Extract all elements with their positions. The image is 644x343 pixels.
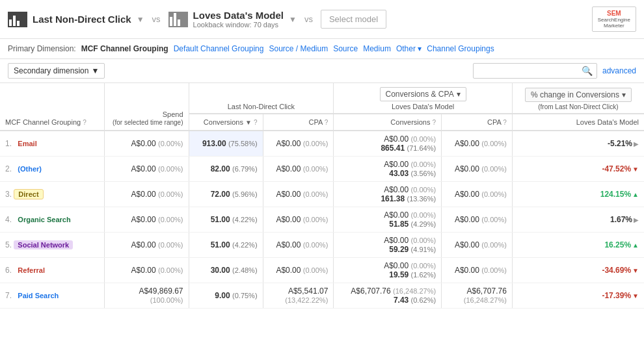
pct-change-selector[interactable]: % change in Conversions ▾ bbox=[525, 88, 632, 102]
row-num: 4. bbox=[5, 215, 12, 224]
col-group-header-row: MCF Channel Grouping ? Spend(for selecte… bbox=[0, 83, 644, 114]
cpa-help-icon[interactable]: ? bbox=[325, 119, 329, 126]
cpa-cell: A$5,541.07(13,422.22%) bbox=[263, 283, 334, 309]
channel-tag[interactable]: Email bbox=[14, 139, 40, 148]
change-value: -47.52% bbox=[602, 164, 631, 173]
select-model-input[interactable]: Select model bbox=[321, 10, 386, 29]
cpa-cell: A$0.00 (0.00%) bbox=[263, 157, 334, 182]
search-icon[interactable]: 🔍 bbox=[582, 66, 593, 76]
row-channel: 3. Direct bbox=[0, 182, 104, 207]
model2-icon bbox=[168, 12, 188, 27]
spend-cell: A$0.00 (0.00%) bbox=[104, 258, 189, 283]
table-row: 2. (Other) A$0.00 (0.00%) 82.00 (6.79%) … bbox=[0, 157, 644, 182]
conv-cell: 51.00 (4.22%) bbox=[189, 207, 263, 233]
conv2-spend-pct: (0.00%) bbox=[411, 135, 436, 143]
conv2-spend: A$0.00 bbox=[384, 210, 409, 220]
dim-link-default[interactable]: Default Channel Grouping bbox=[174, 44, 264, 53]
advanced-link[interactable]: advanced bbox=[602, 66, 636, 75]
conv2-help-icon[interactable]: ? bbox=[433, 119, 436, 126]
spend-pct: (0.00%) bbox=[158, 241, 183, 249]
conv2-value: 59.29 bbox=[389, 245, 409, 254]
conv2-spend-pct: (0.00%) bbox=[411, 160, 436, 168]
conv-value: 72.00 bbox=[211, 190, 230, 199]
col-conv-header: Conversions ▼ ? bbox=[189, 114, 263, 131]
conv2-cell: A$0.00 (0.00%) 19.59 (1.62%) bbox=[334, 258, 442, 283]
change-neutral-icon: ▶ bbox=[634, 216, 639, 223]
cpa-value: A$0.00 bbox=[276, 266, 301, 275]
table-row: 1. Email A$0.00 (0.00%) 913.00 (75.58%) … bbox=[0, 131, 644, 157]
cpa-value: A$0.00 bbox=[276, 240, 301, 249]
search-box: 🔍 bbox=[473, 63, 597, 79]
cpa2-pct: (0.00%) bbox=[481, 216, 507, 223]
vs-label-1: vs bbox=[152, 14, 161, 24]
conv-help-icon[interactable]: ? bbox=[254, 119, 258, 126]
dim-link-source-medium[interactable]: Source / Medium bbox=[269, 44, 328, 53]
dim-link-other[interactable]: Other ▾ bbox=[396, 44, 422, 53]
dim-link-channel-groupings[interactable]: Channel Groupings bbox=[427, 44, 494, 53]
cpa2-value: A$0.00 bbox=[455, 266, 479, 275]
cpa-pct: (13,422.22%) bbox=[285, 296, 328, 304]
search-input[interactable] bbox=[477, 66, 582, 75]
header: Last Non-Direct Click ▼ vs Loves Data's … bbox=[0, 0, 644, 39]
channel-tag[interactable]: Direct bbox=[14, 189, 43, 199]
cpa-value: A$0.00 bbox=[276, 164, 301, 173]
conv2-pct: (13.36%) bbox=[407, 195, 436, 203]
conv2-pct: (0.62%) bbox=[411, 296, 436, 304]
channel-tag[interactable]: Organic Search bbox=[14, 215, 74, 224]
dim-link-medium[interactable]: Medium bbox=[363, 44, 391, 53]
model2-subtitle: Lookback window: 70 days bbox=[193, 21, 284, 29]
channel-tag[interactable]: Social Network bbox=[14, 240, 73, 249]
change-cell: 16.25%▲ bbox=[512, 233, 644, 258]
cpa2-cell: A$0.00 (0.00%) bbox=[442, 207, 513, 233]
spend-pct: (0.00%) bbox=[158, 266, 183, 274]
spend-cell: A$0.00 (0.00%) bbox=[104, 131, 189, 157]
dim-link-source[interactable]: Source bbox=[333, 44, 358, 53]
spend-cell: A$0.00 (0.00%) bbox=[104, 207, 189, 233]
spend-pct: (0.00%) bbox=[158, 190, 183, 198]
data-table: MCF Channel Grouping ? Spend(for selecte… bbox=[0, 83, 644, 309]
cpa2-cell: A$0.00 (0.00%) bbox=[442, 233, 513, 258]
model2-block: Loves Data's Model Lookback window: 70 d… bbox=[168, 10, 297, 29]
secondary-dim-label: Secondary dimension bbox=[14, 66, 88, 75]
cpa2-value: A$0.00 bbox=[455, 139, 479, 148]
model2-text: Loves Data's Model Lookback window: 70 d… bbox=[193, 10, 284, 29]
row-num: 3. bbox=[5, 190, 12, 199]
cpa2-help-icon[interactable]: ? bbox=[503, 119, 507, 126]
conv-pct: (4.22%) bbox=[232, 216, 258, 223]
conv-sort-icon[interactable]: ▼ bbox=[245, 119, 252, 126]
cpa-value: A$0.00 bbox=[276, 190, 301, 199]
secondary-dim-button[interactable]: Secondary dimension ▼ bbox=[8, 63, 105, 79]
channel-tag[interactable]: Referral bbox=[14, 266, 49, 275]
spend-value: A$0.00 bbox=[131, 215, 156, 224]
model1-dropdown[interactable]: ▼ bbox=[137, 15, 144, 24]
conv-cpa-selector[interactable]: Conversions & CPA ▾ bbox=[380, 87, 466, 101]
cpa2-pct: (0.00%) bbox=[481, 266, 507, 274]
spend-pct: (100.00%) bbox=[150, 296, 183, 304]
spend-cell: A$0.00 (0.00%) bbox=[104, 233, 189, 258]
cpa-pct: (0.00%) bbox=[303, 266, 329, 274]
channel-tag[interactable]: (Other) bbox=[14, 164, 46, 173]
cpa-cell: A$0.00 (0.00%) bbox=[263, 131, 334, 157]
pct-change-sub: (from Last Non-Direct Click) bbox=[518, 103, 639, 110]
change-value: 16.25% bbox=[604, 240, 631, 249]
secondary-dim-arrow: ▼ bbox=[91, 66, 99, 75]
channel-tag[interactable]: Paid Search bbox=[14, 291, 62, 300]
conv-pct: (5.96%) bbox=[232, 190, 258, 198]
change-cell: 124.15%▲ bbox=[512, 182, 644, 207]
spend-value: A$0.00 bbox=[131, 164, 156, 173]
cpa-pct: (0.00%) bbox=[303, 216, 329, 223]
cpa-cell: A$0.00 (0.00%) bbox=[263, 233, 334, 258]
change-down-icon: ▼ bbox=[632, 292, 639, 299]
row-channel: 2. (Other) bbox=[0, 157, 104, 182]
cpa2-cell: A$0.00 (0.00%) bbox=[442, 157, 513, 182]
model2-dropdown[interactable]: ▼ bbox=[289, 15, 297, 24]
model1-title: Last Non-Direct Click bbox=[33, 14, 131, 25]
conv-pct: (75.58%) bbox=[228, 140, 258, 147]
mcf-help-icon[interactable]: ? bbox=[83, 119, 87, 126]
change-value: 1.67% bbox=[610, 215, 632, 224]
model1-block: Last Non-Direct Click ▼ bbox=[8, 12, 144, 27]
ldm-group-header: Conversions & CPA ▾ Loves Data's Model bbox=[334, 83, 513, 114]
change-cell: -34.69%▼ bbox=[512, 258, 644, 283]
secondary-dim-row: Secondary dimension ▼ 🔍 advanced bbox=[0, 59, 644, 83]
change-up-icon: ▲ bbox=[632, 191, 639, 198]
